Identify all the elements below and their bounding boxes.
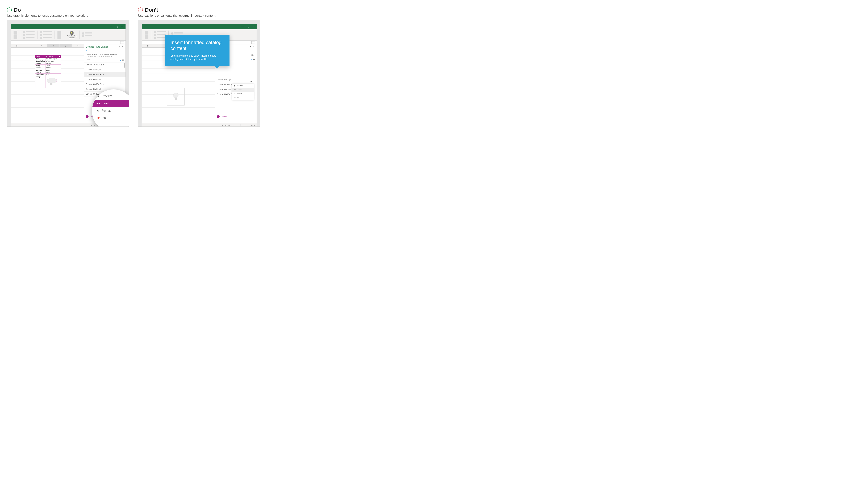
maximize-icon[interactable]: ▢ bbox=[247, 25, 249, 28]
menu-preview[interactable]: ◉Preview bbox=[232, 84, 254, 88]
insert-icon: ⇤≡ bbox=[96, 102, 100, 105]
zoom-out-icon[interactable]: − bbox=[232, 124, 232, 126]
view-page-icon[interactable]: ▤ bbox=[94, 124, 95, 126]
brand-badge: C bbox=[217, 115, 220, 118]
grid-view-icon[interactable]: ▦ bbox=[122, 59, 124, 61]
list-view-icon[interactable]: ≡ bbox=[251, 58, 252, 61]
brand-badge: C bbox=[86, 115, 89, 118]
menu-insert[interactable]: ⇤≡Insert bbox=[232, 88, 254, 92]
pin-icon: ⊷ bbox=[234, 97, 236, 99]
dont-subtitle: Use captions or call-outs that obstruct … bbox=[138, 14, 260, 17]
menu-insert[interactable]: ⇤≡Insert bbox=[92, 100, 129, 107]
filter-icon[interactable] bbox=[46, 56, 48, 57]
check-circle-icon bbox=[7, 8, 12, 12]
view-break-icon[interactable]: ▥ bbox=[228, 124, 230, 126]
zoom-level[interactable]: 100% bbox=[251, 124, 255, 126]
ribbon: 💡 Parts Catalog Contoso bbox=[11, 29, 126, 41]
do-heading: Do bbox=[14, 7, 21, 13]
inserted-data-table: Lable Value Name60 - 65w Equal Descripti… bbox=[35, 55, 61, 88]
result-count: 16 results in LED - R30 - 60-65 Watt Equ… bbox=[84, 56, 126, 58]
pin-icon: 📌 bbox=[96, 117, 100, 119]
status-bar: ▦ ▤ ▥ − + 100% bbox=[142, 123, 257, 127]
callout-title: Insert formatted catalog content bbox=[170, 40, 224, 51]
dont-panel: Don't Use captions or call-outs that obs… bbox=[138, 7, 260, 127]
window-titlebar: — ▢ ✕ bbox=[11, 24, 126, 29]
hamburger-icon[interactable]: ≡ bbox=[84, 49, 126, 53]
more-options-icon[interactable]: ⋯ bbox=[250, 80, 253, 83]
eye-icon: ◉ bbox=[234, 85, 235, 87]
chevron-down-icon[interactable]: ▾ bbox=[250, 45, 251, 47]
minimize-icon[interactable]: — bbox=[241, 25, 244, 28]
list-view-icon[interactable]: ≡ bbox=[120, 59, 121, 61]
window-titlebar: — ▢ ✕ bbox=[142, 24, 257, 29]
column-headers: HIJ KLM bbox=[11, 44, 84, 48]
view-normal-icon[interactable]: ▦ bbox=[91, 124, 92, 126]
context-menu: ◉Preview ⇤≡Insert ⚙Format ⊷Pin bbox=[232, 84, 254, 100]
grid-view-icon[interactable]: ▦ bbox=[253, 58, 255, 61]
bulb-preview-box bbox=[167, 88, 184, 105]
close-icon[interactable]: ✕ bbox=[253, 45, 255, 47]
sliders-icon: ⚙ bbox=[96, 109, 100, 112]
dont-heading: Don't bbox=[145, 7, 158, 13]
product-title: LED - R30 - 2700K - Warm White bbox=[84, 53, 126, 56]
scrollbar[interactable] bbox=[124, 63, 125, 68]
menu-pin[interactable]: ⊷Pin bbox=[232, 96, 254, 100]
callout-tail bbox=[215, 66, 219, 69]
maximize-icon[interactable]: ▢ bbox=[116, 25, 118, 28]
sort-icon[interactable]: ↓ bbox=[90, 59, 91, 61]
taskpane-footer: C Contoso bbox=[215, 114, 257, 119]
list-item[interactable]: Contoso 85w Equal bbox=[84, 77, 126, 82]
close-icon[interactable]: ✕ bbox=[252, 25, 254, 28]
list-item[interactable]: Contoso 60 - 65w Equal bbox=[84, 82, 126, 87]
do-panel: Do Use graphic elements to focus custome… bbox=[7, 7, 129, 127]
lightbulb-icon: 💡 bbox=[70, 31, 74, 35]
list-item[interactable]: Contoso 60 - 65w Equal bbox=[84, 72, 126, 77]
menu-format[interactable]: ⚙Format bbox=[232, 92, 254, 96]
obstructing-callout: Insert formatted catalog content Use lis… bbox=[165, 35, 230, 66]
view-normal-icon[interactable]: ▦ bbox=[222, 124, 223, 126]
x-circle-icon bbox=[138, 8, 143, 12]
sliders-icon: ⚙ bbox=[234, 93, 235, 94]
dont-screenshot: — ▢ ✕ bbox=[138, 20, 260, 127]
bulb-image bbox=[46, 78, 56, 86]
view-page-icon[interactable]: ▤ bbox=[225, 124, 226, 126]
zoom-in-icon[interactable]: + bbox=[248, 124, 249, 126]
taskpane-title: Contoso Parts Catalog bbox=[86, 45, 108, 48]
do-subtitle: Use graphic elements to focus customers … bbox=[7, 14, 129, 17]
list-item[interactable]: Contoso 85w Equal bbox=[84, 67, 126, 72]
spreadsheet-grid[interactable]: HIJ KLM Lable Value Name60 - 65w Equal D… bbox=[11, 44, 84, 119]
list-item[interactable]: Contoso 60 - 65w Equal bbox=[84, 63, 126, 67]
formula-bar[interactable]: ⌄ bbox=[11, 41, 126, 44]
close-icon[interactable]: ✕ bbox=[122, 46, 124, 48]
chevron-down-icon[interactable]: ▾ bbox=[119, 46, 120, 48]
do-screenshot: — ▢ ✕ bbox=[7, 20, 129, 127]
parts-catalog-ribbon-button[interactable]: 💡 Parts Catalog Contoso bbox=[66, 31, 78, 39]
zoom-slider[interactable] bbox=[234, 125, 247, 125]
minimize-icon[interactable]: — bbox=[110, 25, 113, 28]
insert-icon: ⇤≡ bbox=[234, 89, 236, 91]
callout-body: Use list item menu to select insert and … bbox=[170, 54, 224, 61]
filter-icon[interactable] bbox=[59, 56, 60, 57]
menu-pin[interactable]: 📌Pin bbox=[92, 114, 129, 122]
close-icon[interactable]: ✕ bbox=[121, 25, 123, 28]
menu-format[interactable]: ⚙Format bbox=[92, 107, 129, 114]
